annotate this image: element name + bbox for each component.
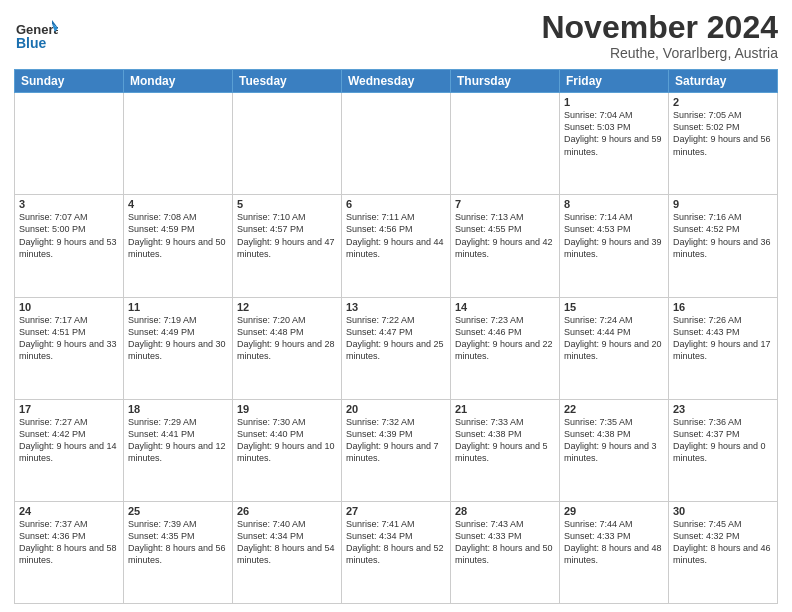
day-cell: 5Sunrise: 7:10 AM Sunset: 4:57 PM Daylig… xyxy=(233,195,342,297)
day-number: 24 xyxy=(19,505,119,517)
day-cell: 19Sunrise: 7:30 AM Sunset: 4:40 PM Dayli… xyxy=(233,399,342,501)
day-cell: 1Sunrise: 7:04 AM Sunset: 5:03 PM Daylig… xyxy=(560,93,669,195)
logo-svg: General Blue xyxy=(14,14,58,58)
day-number: 9 xyxy=(673,198,773,210)
day-number: 10 xyxy=(19,301,119,313)
day-cell: 14Sunrise: 7:23 AM Sunset: 4:46 PM Dayli… xyxy=(451,297,560,399)
day-info: Sunrise: 7:20 AM Sunset: 4:48 PM Dayligh… xyxy=(237,314,337,363)
day-number: 29 xyxy=(564,505,664,517)
day-cell: 9Sunrise: 7:16 AM Sunset: 4:52 PM Daylig… xyxy=(669,195,778,297)
day-number: 18 xyxy=(128,403,228,415)
day-cell: 13Sunrise: 7:22 AM Sunset: 4:47 PM Dayli… xyxy=(342,297,451,399)
day-info: Sunrise: 7:45 AM Sunset: 4:32 PM Dayligh… xyxy=(673,518,773,567)
day-info: Sunrise: 7:22 AM Sunset: 4:47 PM Dayligh… xyxy=(346,314,446,363)
day-number: 14 xyxy=(455,301,555,313)
day-cell: 2Sunrise: 7:05 AM Sunset: 5:02 PM Daylig… xyxy=(669,93,778,195)
day-cell xyxy=(342,93,451,195)
day-number: 6 xyxy=(346,198,446,210)
day-number: 8 xyxy=(564,198,664,210)
day-number: 2 xyxy=(673,96,773,108)
day-info: Sunrise: 7:10 AM Sunset: 4:57 PM Dayligh… xyxy=(237,211,337,260)
day-cell: 22Sunrise: 7:35 AM Sunset: 4:38 PM Dayli… xyxy=(560,399,669,501)
day-number: 23 xyxy=(673,403,773,415)
day-info: Sunrise: 7:30 AM Sunset: 4:40 PM Dayligh… xyxy=(237,416,337,465)
day-cell: 6Sunrise: 7:11 AM Sunset: 4:56 PM Daylig… xyxy=(342,195,451,297)
day-cell: 20Sunrise: 7:32 AM Sunset: 4:39 PM Dayli… xyxy=(342,399,451,501)
day-cell: 8Sunrise: 7:14 AM Sunset: 4:53 PM Daylig… xyxy=(560,195,669,297)
day-number: 19 xyxy=(237,403,337,415)
week-row-2: 3Sunrise: 7:07 AM Sunset: 5:00 PM Daylig… xyxy=(15,195,778,297)
day-cell xyxy=(124,93,233,195)
day-info: Sunrise: 7:40 AM Sunset: 4:34 PM Dayligh… xyxy=(237,518,337,567)
day-info: Sunrise: 7:33 AM Sunset: 4:38 PM Dayligh… xyxy=(455,416,555,465)
day-cell: 17Sunrise: 7:27 AM Sunset: 4:42 PM Dayli… xyxy=(15,399,124,501)
day-cell: 21Sunrise: 7:33 AM Sunset: 4:38 PM Dayli… xyxy=(451,399,560,501)
day-cell: 11Sunrise: 7:19 AM Sunset: 4:49 PM Dayli… xyxy=(124,297,233,399)
day-info: Sunrise: 7:13 AM Sunset: 4:55 PM Dayligh… xyxy=(455,211,555,260)
day-cell: 10Sunrise: 7:17 AM Sunset: 4:51 PM Dayli… xyxy=(15,297,124,399)
day-info: Sunrise: 7:07 AM Sunset: 5:00 PM Dayligh… xyxy=(19,211,119,260)
title-area: November 2024 Reuthe, Vorarlberg, Austri… xyxy=(541,10,778,61)
svg-text:Blue: Blue xyxy=(16,35,47,51)
day-number: 5 xyxy=(237,198,337,210)
day-info: Sunrise: 7:37 AM Sunset: 4:36 PM Dayligh… xyxy=(19,518,119,567)
day-cell: 29Sunrise: 7:44 AM Sunset: 4:33 PM Dayli… xyxy=(560,501,669,603)
day-number: 11 xyxy=(128,301,228,313)
day-cell: 16Sunrise: 7:26 AM Sunset: 4:43 PM Dayli… xyxy=(669,297,778,399)
day-info: Sunrise: 7:23 AM Sunset: 4:46 PM Dayligh… xyxy=(455,314,555,363)
weekday-header-saturday: Saturday xyxy=(669,70,778,93)
day-cell: 28Sunrise: 7:43 AM Sunset: 4:33 PM Dayli… xyxy=(451,501,560,603)
weekday-header-thursday: Thursday xyxy=(451,70,560,93)
day-number: 12 xyxy=(237,301,337,313)
week-row-3: 10Sunrise: 7:17 AM Sunset: 4:51 PM Dayli… xyxy=(15,297,778,399)
day-number: 15 xyxy=(564,301,664,313)
day-info: Sunrise: 7:27 AM Sunset: 4:42 PM Dayligh… xyxy=(19,416,119,465)
day-number: 16 xyxy=(673,301,773,313)
day-info: Sunrise: 7:24 AM Sunset: 4:44 PM Dayligh… xyxy=(564,314,664,363)
day-cell: 7Sunrise: 7:13 AM Sunset: 4:55 PM Daylig… xyxy=(451,195,560,297)
weekday-header-sunday: Sunday xyxy=(15,70,124,93)
header: General Blue November 2024 Reuthe, Vorar… xyxy=(14,10,778,61)
subtitle: Reuthe, Vorarlberg, Austria xyxy=(541,45,778,61)
day-info: Sunrise: 7:39 AM Sunset: 4:35 PM Dayligh… xyxy=(128,518,228,567)
day-info: Sunrise: 7:36 AM Sunset: 4:37 PM Dayligh… xyxy=(673,416,773,465)
day-cell: 23Sunrise: 7:36 AM Sunset: 4:37 PM Dayli… xyxy=(669,399,778,501)
day-number: 22 xyxy=(564,403,664,415)
day-info: Sunrise: 7:35 AM Sunset: 4:38 PM Dayligh… xyxy=(564,416,664,465)
day-info: Sunrise: 7:19 AM Sunset: 4:49 PM Dayligh… xyxy=(128,314,228,363)
weekday-header-row: SundayMondayTuesdayWednesdayThursdayFrid… xyxy=(15,70,778,93)
day-info: Sunrise: 7:43 AM Sunset: 4:33 PM Dayligh… xyxy=(455,518,555,567)
day-info: Sunrise: 7:26 AM Sunset: 4:43 PM Dayligh… xyxy=(673,314,773,363)
day-number: 28 xyxy=(455,505,555,517)
day-number: 26 xyxy=(237,505,337,517)
day-info: Sunrise: 7:41 AM Sunset: 4:34 PM Dayligh… xyxy=(346,518,446,567)
week-row-5: 24Sunrise: 7:37 AM Sunset: 4:36 PM Dayli… xyxy=(15,501,778,603)
day-number: 25 xyxy=(128,505,228,517)
day-cell xyxy=(451,93,560,195)
day-info: Sunrise: 7:16 AM Sunset: 4:52 PM Dayligh… xyxy=(673,211,773,260)
day-info: Sunrise: 7:04 AM Sunset: 5:03 PM Dayligh… xyxy=(564,109,664,158)
day-info: Sunrise: 7:05 AM Sunset: 5:02 PM Dayligh… xyxy=(673,109,773,158)
weekday-header-wednesday: Wednesday xyxy=(342,70,451,93)
day-cell: 24Sunrise: 7:37 AM Sunset: 4:36 PM Dayli… xyxy=(15,501,124,603)
day-number: 13 xyxy=(346,301,446,313)
day-info: Sunrise: 7:14 AM Sunset: 4:53 PM Dayligh… xyxy=(564,211,664,260)
week-row-4: 17Sunrise: 7:27 AM Sunset: 4:42 PM Dayli… xyxy=(15,399,778,501)
day-cell: 3Sunrise: 7:07 AM Sunset: 5:00 PM Daylig… xyxy=(15,195,124,297)
day-info: Sunrise: 7:32 AM Sunset: 4:39 PM Dayligh… xyxy=(346,416,446,465)
day-number: 27 xyxy=(346,505,446,517)
day-cell: 12Sunrise: 7:20 AM Sunset: 4:48 PM Dayli… xyxy=(233,297,342,399)
day-number: 30 xyxy=(673,505,773,517)
day-cell: 27Sunrise: 7:41 AM Sunset: 4:34 PM Dayli… xyxy=(342,501,451,603)
page: General Blue November 2024 Reuthe, Vorar… xyxy=(0,0,792,612)
day-info: Sunrise: 7:44 AM Sunset: 4:33 PM Dayligh… xyxy=(564,518,664,567)
day-cell: 26Sunrise: 7:40 AM Sunset: 4:34 PM Dayli… xyxy=(233,501,342,603)
day-info: Sunrise: 7:11 AM Sunset: 4:56 PM Dayligh… xyxy=(346,211,446,260)
day-number: 7 xyxy=(455,198,555,210)
day-info: Sunrise: 7:29 AM Sunset: 4:41 PM Dayligh… xyxy=(128,416,228,465)
day-cell: 30Sunrise: 7:45 AM Sunset: 4:32 PM Dayli… xyxy=(669,501,778,603)
day-cell xyxy=(15,93,124,195)
weekday-header-tuesday: Tuesday xyxy=(233,70,342,93)
day-cell xyxy=(233,93,342,195)
day-cell: 4Sunrise: 7:08 AM Sunset: 4:59 PM Daylig… xyxy=(124,195,233,297)
